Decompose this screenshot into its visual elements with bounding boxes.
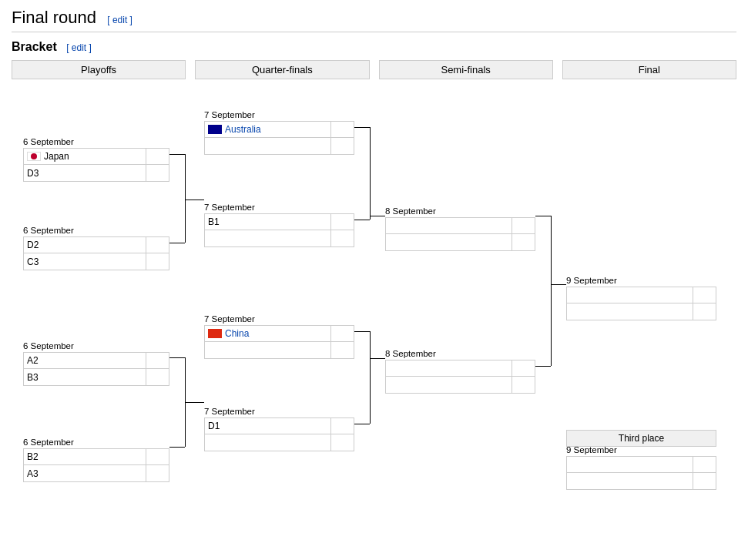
qf-match-1: 7 September Australia (204, 110, 354, 155)
sf2-team1 (386, 360, 512, 376)
qf3-team2-row (204, 342, 354, 359)
po4-team1-row: B2 (23, 448, 169, 465)
qf-match-3: 7 September China (204, 314, 354, 359)
po3-team1-row: A2 (23, 352, 169, 369)
qf4-team2-score (330, 434, 354, 451)
china-link[interactable]: China (225, 328, 249, 339)
sf1-date: 8 September (385, 206, 535, 216)
qf3-team1-row: China (204, 325, 354, 342)
qf2-team1: B1 (205, 214, 330, 230)
col-header-final: Final (562, 60, 736, 79)
tp1-team1 (567, 457, 693, 472)
qf2-team1-score (330, 214, 354, 230)
qf-match-4: 7 September D1 (204, 407, 354, 451)
final-match: 9 September (566, 276, 716, 320)
f1-date: 9 September (566, 276, 716, 285)
playoff-match-2: 6 September D2 C3 (23, 226, 169, 270)
po2-team1-row: D2 (23, 236, 169, 253)
po1-date: 6 September (23, 137, 169, 146)
po2-date: 6 September (23, 226, 169, 235)
qf4-date: 7 September (204, 407, 354, 416)
po2-team1: D2 (24, 237, 146, 253)
tp1-team1-score (693, 457, 716, 472)
tp1-team2 (567, 473, 693, 489)
sf2-date: 8 September (385, 349, 535, 358)
col-header-playoffs: Playoffs (12, 60, 186, 79)
po3-team2-row: B3 (23, 369, 169, 386)
qf3-team2 (205, 342, 330, 358)
qf3-team1-score (330, 326, 354, 341)
qf1-team1: Australia (205, 122, 330, 137)
qf2-team2 (205, 230, 330, 246)
section-edit-link[interactable]: [ edit ] (66, 42, 92, 53)
po2-team2: C3 (24, 253, 146, 270)
f1-team1-score (693, 287, 716, 303)
po2-team2-row: C3 (23, 253, 169, 270)
tp1-team1-row (566, 456, 716, 473)
tp1-team2-row (566, 473, 716, 490)
sf1-team2-row (385, 234, 535, 251)
qf4-team1-score (330, 418, 354, 434)
qf4-team1: D1 (205, 418, 330, 434)
qf1-team1-score (330, 122, 354, 137)
po3-team1-score (146, 353, 169, 368)
qf-match-2: 7 September B1 (204, 203, 354, 247)
po3-team2-score (146, 369, 169, 385)
bracket-headers: Playoffs Quarter-finals Semi-finals Fina… (12, 60, 736, 79)
australia-link[interactable]: Australia (225, 124, 261, 135)
po4-team1: B2 (24, 449, 146, 464)
qf4-team1-row: D1 (204, 417, 354, 434)
qf1-team2-score (330, 138, 354, 154)
sf2-team1-row (385, 360, 535, 377)
po3-date: 6 September (23, 341, 169, 350)
title-edit-link[interactable]: [ edit ] (107, 15, 132, 25)
po4-team1-score (146, 449, 169, 464)
tp1-date: 9 September (566, 445, 716, 454)
po1-team1: Japan (24, 149, 146, 164)
japan-flag (27, 152, 41, 161)
sf2-team1-score (512, 360, 535, 376)
po4-team2: A3 (24, 465, 146, 481)
qf1-team2 (205, 138, 330, 154)
po1-team2: D3 (24, 165, 146, 181)
page-title: Final round [ edit ] (12, 8, 736, 32)
po4-date: 6 September (23, 438, 169, 447)
sf1-team1-row (385, 217, 535, 234)
qf2-team2-row (204, 230, 354, 247)
sf-match-2: 8 September (385, 349, 535, 394)
sf2-team2-score (512, 377, 535, 393)
qf4-team2 (205, 434, 330, 451)
qf2-team2-score (330, 230, 354, 246)
po1-team1-row: Japan (23, 148, 169, 165)
qf1-team1-row: Australia (204, 121, 354, 138)
f1-team1 (567, 287, 693, 303)
sf1-team1 (386, 218, 512, 233)
po4-team2-score (146, 465, 169, 481)
playoff-match-1: 6 September Japan D3 (23, 137, 169, 182)
qf2-date: 7 September (204, 203, 354, 212)
third-place-label: Third place (566, 430, 716, 447)
qf3-team1: China (205, 326, 330, 341)
china-flag (208, 329, 222, 338)
po2-team2-score (146, 253, 169, 270)
col-header-qf: Quarter-finals (195, 60, 369, 79)
sf1-team1-score (512, 218, 535, 233)
f1-team2 (567, 303, 693, 320)
sf1-team2 (386, 234, 512, 250)
qf3-date: 7 September (204, 314, 354, 324)
po1-team1-score (146, 149, 169, 164)
sf2-team2 (386, 377, 512, 393)
playoff-match-3: 6 September A2 B3 (23, 341, 169, 386)
qf1-team2-row (204, 138, 354, 155)
po1-team2-score (146, 165, 169, 181)
qf4-team2-row (204, 434, 354, 451)
bracket-section-title: Bracket [ edit ] (12, 40, 736, 54)
qf2-team1-row: B1 (204, 213, 354, 230)
qf3-team2-score (330, 342, 354, 358)
po3-team2: B3 (24, 369, 146, 385)
tp1-team2-score (693, 473, 716, 489)
bracket-area: 6 September Japan D3 6 September D2 (12, 95, 743, 542)
third-place-match: 9 September (566, 445, 716, 490)
sf1-team2-score (512, 234, 535, 250)
playoff-match-4: 6 September B2 A3 (23, 438, 169, 482)
